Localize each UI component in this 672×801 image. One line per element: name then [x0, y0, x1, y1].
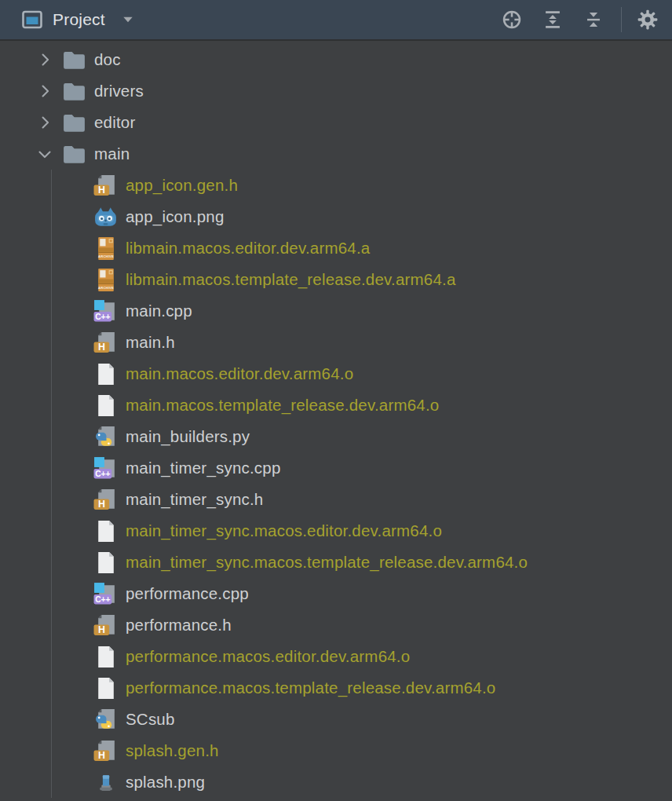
file-name: main.cpp — [126, 302, 192, 320]
folder-name: main — [94, 144, 130, 163]
chevron-down-icon[interactable] — [118, 9, 138, 30]
file-name: main.macos.editor.dev.arm64.o — [126, 364, 353, 383]
file-name: main_builders.py — [126, 427, 250, 446]
cpp-file-icon — [93, 581, 119, 607]
file-name: main_timer_sync.macos.template_release.d… — [126, 553, 528, 572]
folder-name: doc — [94, 50, 121, 69]
godot-image-file-icon — [93, 204, 119, 230]
file-name: performance.h — [126, 616, 232, 635]
expand-all-icon — [541, 8, 564, 31]
gear-icon — [636, 8, 659, 31]
file-name: splash.gen.h — [126, 741, 219, 760]
folder-name: drivers — [94, 82, 144, 101]
toolwindow-toolbar — [486, 5, 672, 35]
collapse-all-button[interactable] — [579, 5, 608, 35]
tree-row-performance-macos-editor-dev-arm64-o[interactable]: performance.macos.editor.dev.arm64.o — [0, 641, 672, 672]
folder-toggle[interactable] — [33, 79, 57, 103]
tree-row-main-macos-template-release-dev-arm64-o[interactable]: main.macos.template_release.dev.arm64.o — [0, 390, 672, 421]
plain-file-icon — [93, 518, 119, 544]
plain-file-icon — [93, 361, 119, 387]
locate-target-button[interactable] — [497, 5, 527, 35]
file-name: splash.png — [126, 773, 205, 792]
tree-row-main-macos-editor-dev-arm64-o[interactable]: main.macos.editor.dev.arm64.o — [0, 358, 672, 390]
tree-row-splash-png[interactable]: splash.png — [0, 766, 672, 798]
tree-row-scsub[interactable]: SCsub — [0, 704, 672, 735]
toolbar-separator — [621, 7, 622, 32]
chevron-right-icon — [35, 112, 55, 133]
python-file-icon — [93, 707, 119, 733]
file-name: performance.macos.editor.dev.arm64.o — [126, 647, 410, 666]
tree-row-app-icon-png[interactable]: app_icon.png — [0, 201, 672, 232]
project-tree[interactable]: doc drivers editor main app_icon.gen.h a… — [0, 41, 672, 799]
h-header-file-icon — [93, 173, 119, 199]
tree-row-main-cpp[interactable]: main.cpp — [0, 295, 672, 327]
file-name: libmain.macos.editor.dev.arm64.a — [126, 239, 370, 258]
h-header-file-icon — [93, 613, 119, 638]
toolwindow-title[interactable]: Project — [53, 10, 105, 29]
file-name: main.h — [126, 333, 175, 352]
locate-target-icon — [500, 8, 524, 31]
file-name: main.macos.template_release.dev.arm64.o — [126, 396, 439, 415]
chevron-right-icon — [35, 81, 55, 101]
file-name: performance.macos.template_release.dev.a… — [126, 678, 495, 697]
tree-row-splash-gen-h[interactable]: splash.gen.h — [0, 735, 672, 766]
cpp-file-icon — [93, 298, 119, 324]
chevron-down-icon — [35, 144, 55, 164]
tree-row-main-timer-sync-h[interactable]: main_timer_sync.h — [0, 484, 672, 515]
tree-row-performance-h[interactable]: performance.h — [0, 609, 672, 641]
python-file-icon — [93, 424, 119, 450]
project-toolwindow-icon — [20, 7, 45, 32]
folder-icon — [61, 110, 87, 136]
tree-row-doc[interactable]: doc — [0, 44, 672, 75]
indent-guide-line — [51, 170, 52, 798]
file-name: app_icon.gen.h — [126, 176, 238, 195]
chevron-right-icon — [35, 49, 55, 70]
tree-row-performance-macos-template-release-dev-arm64-o[interactable]: performance.macos.template_release.dev.a… — [0, 672, 672, 704]
gear-button[interactable] — [633, 5, 663, 35]
plain-file-icon — [93, 644, 119, 670]
archive-file-icon — [93, 267, 119, 293]
file-name: performance.cpp — [126, 584, 249, 603]
splash-image-file-icon — [93, 770, 119, 796]
folder-icon — [61, 47, 87, 73]
folder-icon — [61, 141, 87, 167]
folder-name: editor — [94, 113, 135, 132]
file-name: SCsub — [126, 710, 175, 729]
file-name: app_icon.png — [126, 207, 225, 226]
file-name: libmain.macos.template_release.dev.arm64… — [126, 270, 456, 289]
cpp-file-icon — [93, 455, 119, 481]
tree-row-main-timer-sync-macos-editor-dev-arm64-o[interactable]: main_timer_sync.macos.editor.dev.arm64.o — [0, 515, 672, 547]
tree-row-performance-cpp[interactable]: performance.cpp — [0, 578, 672, 609]
plain-file-icon — [93, 393, 119, 419]
tree-row-main-timer-sync-macos-template-release-dev-arm64-o[interactable]: main_timer_sync.macos.template_release.d… — [0, 547, 672, 578]
tree-row-libmain-macos-template-release-dev-arm64-a[interactable]: libmain.macos.template_release.dev.arm64… — [0, 264, 672, 295]
tree-row-drivers[interactable]: drivers — [0, 75, 672, 107]
archive-file-icon — [93, 236, 119, 262]
folder-toggle[interactable] — [33, 111, 57, 134]
tree-row-main-h[interactable]: main.h — [0, 327, 672, 358]
tree-row-editor[interactable]: editor — [0, 107, 672, 138]
expand-all-button[interactable] — [538, 5, 568, 35]
h-header-file-icon — [93, 738, 119, 764]
tree-row-libmain-macos-editor-dev-arm64-a[interactable]: libmain.macos.editor.dev.arm64.a — [0, 232, 672, 264]
h-header-file-icon — [93, 330, 119, 356]
tree-row-app-icon-gen-h[interactable]: app_icon.gen.h — [0, 170, 672, 201]
project-toolwindow-header: Project — [0, 0, 672, 41]
tree-rows: doc drivers editor main app_icon.gen.h a… — [0, 44, 672, 798]
file-name: main_timer_sync.macos.editor.dev.arm64.o — [126, 521, 442, 540]
h-header-file-icon — [93, 487, 119, 513]
tree-row-main-builders-py[interactable]: main_builders.py — [0, 421, 672, 452]
folder-toggle[interactable] — [33, 48, 57, 71]
folder-icon — [61, 79, 87, 104]
plain-file-icon — [93, 550, 119, 576]
file-name: main_timer_sync.cpp — [126, 459, 281, 477]
folder-toggle[interactable] — [33, 142, 57, 166]
plain-file-icon — [93, 675, 119, 701]
file-name: main_timer_sync.h — [126, 490, 263, 509]
tree-row-main-timer-sync-cpp[interactable]: main_timer_sync.cpp — [0, 452, 672, 484]
tree-row-main[interactable]: main — [0, 138, 672, 170]
collapse-all-icon — [582, 8, 605, 31]
